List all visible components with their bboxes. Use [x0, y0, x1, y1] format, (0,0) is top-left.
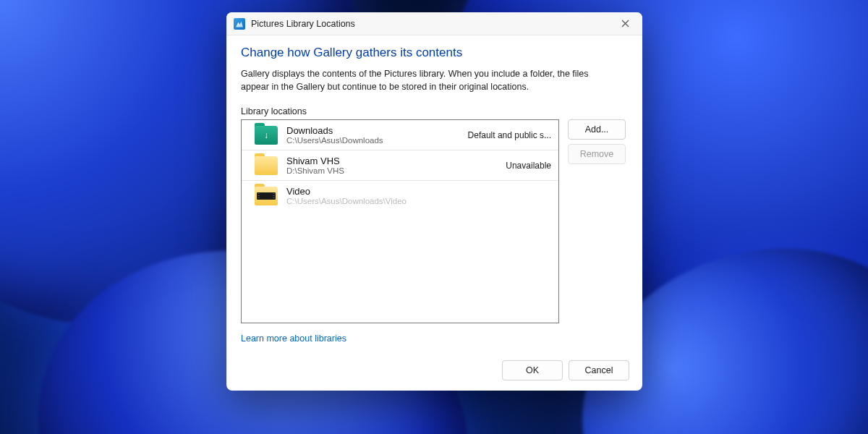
- cancel-button[interactable]: Cancel: [569, 360, 629, 380]
- folder-icon: [255, 156, 278, 175]
- location-status: Unavailable: [506, 161, 551, 171]
- location-item[interactable]: Video C:\Users\Asus\Downloads\Video: [242, 181, 558, 210]
- location-status: Default and public s...: [468, 130, 551, 140]
- dialog-footer: OK Cancel: [226, 353, 642, 391]
- dialog-content: Change how Gallery gathers its contents …: [226, 35, 642, 353]
- location-path: D:\Shivam VHS: [286, 166, 500, 175]
- location-item[interactable]: ↓ Downloads C:\Users\Asus\Downloads Defa…: [242, 120, 558, 150]
- location-name: Shivam VHS: [286, 156, 500, 166]
- add-button[interactable]: Add...: [568, 119, 626, 140]
- location-item[interactable]: Shivam VHS D:\Shivam VHS Unavailable: [242, 150, 558, 181]
- window-title: Pictures Library Locations: [251, 19, 610, 29]
- folder-download-icon: ↓: [255, 126, 278, 145]
- location-name: Video: [286, 186, 545, 197]
- list-label: Library locations: [241, 106, 628, 116]
- learn-more-link[interactable]: Learn more about libraries: [241, 333, 346, 344]
- location-name: Downloads: [286, 125, 462, 136]
- close-button[interactable]: [610, 14, 639, 34]
- pictures-icon: [234, 18, 245, 30]
- library-locations-dialog: Pictures Library Locations Change how Ga…: [226, 12, 642, 391]
- location-path: C:\Users\Asus\Downloads: [286, 136, 462, 145]
- folder-video-icon: [255, 187, 278, 205]
- titlebar[interactable]: Pictures Library Locations: [226, 12, 642, 35]
- headline: Change how Gallery gathers its contents: [241, 46, 628, 60]
- ok-button[interactable]: OK: [502, 360, 563, 380]
- remove-button[interactable]: Remove: [568, 144, 626, 164]
- locations-listbox[interactable]: ↓ Downloads C:\Users\Asus\Downloads Defa…: [241, 119, 559, 323]
- description: Gallery displays the contents of the Pic…: [241, 67, 610, 93]
- location-path: C:\Users\Asus\Downloads\Video: [286, 197, 545, 205]
- close-icon: [621, 20, 629, 27]
